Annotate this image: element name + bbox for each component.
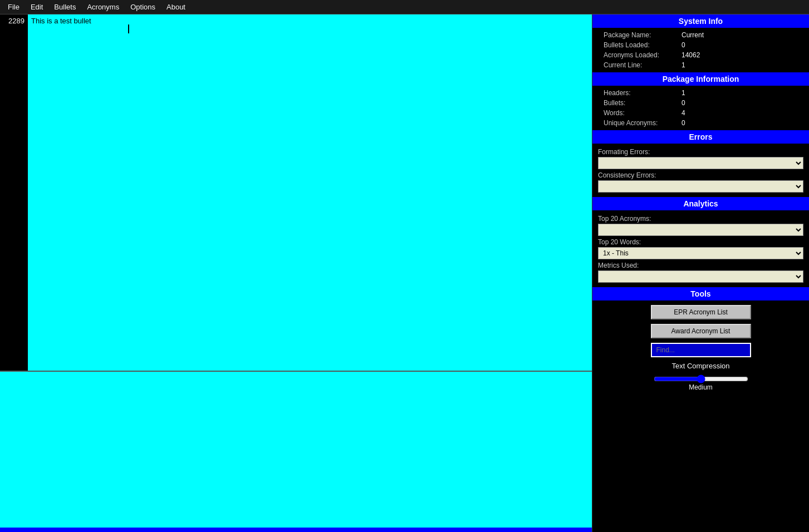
top20-words-label: Top 20 Words: xyxy=(598,238,803,246)
system-info-content: Package Name: Current Bullets Loaded: 0 … xyxy=(592,28,809,72)
package-name-value: Current xyxy=(681,31,704,39)
pkg-bullets-value: 0 xyxy=(681,99,685,107)
metrics-used-label: Metrics Used: xyxy=(598,262,803,269)
top20-words-row: Top 20 Words: 1x - This xyxy=(598,238,803,259)
unique-acronyms-value: 0 xyxy=(681,119,685,127)
tools-section: EPR Acronym List Award Acronym List Text… xyxy=(592,301,809,396)
words-row: Words: 4 xyxy=(598,108,803,118)
bullets-loaded-value: 0 xyxy=(681,41,685,49)
package-name-row: Package Name: Current xyxy=(598,30,803,40)
consistency-errors-dropdown[interactable] xyxy=(598,180,803,193)
top20-acronyms-dropdown[interactable] xyxy=(598,224,803,236)
menu-acronyms[interactable]: Acronyms xyxy=(81,2,125,12)
menu-options[interactable]: Options xyxy=(125,2,161,12)
formatting-errors-row: Formating Errors: xyxy=(598,148,803,169)
package-info-header: Package Information xyxy=(592,72,809,86)
editor-text-line1: This is a test bullet xyxy=(31,17,91,25)
menu-about[interactable]: About xyxy=(161,2,191,12)
analytics-content: Top 20 Acronyms: Top 20 Words: 1x - This… xyxy=(592,210,809,287)
slider-value-label: Medium xyxy=(689,383,713,391)
top20-words-dropdown[interactable]: 1x - This xyxy=(598,247,803,259)
errors-content: Formating Errors: Consistency Errors: xyxy=(592,144,809,197)
unique-acronyms-label: Unique Acronyms: xyxy=(604,119,681,127)
top20-acronyms-label: Top 20 Acronyms: xyxy=(598,215,803,223)
find-input[interactable] xyxy=(651,343,751,357)
package-name-label: Package Name: xyxy=(604,31,681,39)
acronyms-loaded-row: Acronyms Loaded: 14062 xyxy=(598,50,803,60)
pkg-bullets-row: Bullets: 0 xyxy=(598,98,803,108)
editor-bottom-pane[interactable] xyxy=(0,372,592,528)
line-number-bar: 2289 xyxy=(0,14,28,371)
text-cursor xyxy=(128,24,129,33)
award-acronym-button[interactable]: Award Acronym List xyxy=(651,324,751,338)
acronyms-loaded-value: 14062 xyxy=(681,51,700,59)
system-info-header: System Info xyxy=(592,14,809,28)
main-layout: 2289 This is a test bullet System Info P… xyxy=(0,14,809,532)
epr-acronym-button[interactable]: EPR Acronym List xyxy=(651,305,751,319)
slider-container: Medium xyxy=(651,375,751,391)
formatting-errors-dropdown[interactable] xyxy=(598,157,803,169)
bullets-loaded-row: Bullets Loaded: 0 xyxy=(598,40,803,50)
metrics-used-row: Metrics Used: xyxy=(598,262,803,283)
analytics-header: Analytics xyxy=(592,197,809,210)
package-info-content: Headers: 1 Bullets: 0 Words: 4 Unique Ac… xyxy=(592,86,809,130)
errors-header: Errors xyxy=(592,130,809,144)
editor-area: 2289 This is a test bullet xyxy=(0,14,592,532)
bottom-border xyxy=(0,528,592,532)
unique-acronyms-row: Unique Acronyms: 0 xyxy=(598,118,803,128)
text-compression-slider[interactable] xyxy=(654,375,748,383)
bullets-loaded-label: Bullets Loaded: xyxy=(604,41,681,49)
consistency-errors-row: Consistency Errors: xyxy=(598,171,803,193)
acronyms-loaded-label: Acronyms Loaded: xyxy=(604,51,681,59)
words-value: 4 xyxy=(681,109,685,117)
current-line-label: Current Line: xyxy=(604,61,681,69)
formatting-errors-label: Formating Errors: xyxy=(598,148,803,156)
sidebar: System Info Package Name: Current Bullet… xyxy=(592,14,809,532)
metrics-used-dropdown[interactable] xyxy=(598,270,803,283)
top20-acronyms-row: Top 20 Acronyms: xyxy=(598,215,803,236)
menu-edit[interactable]: Edit xyxy=(25,2,48,12)
words-label: Words: xyxy=(604,109,681,117)
tools-header: Tools xyxy=(592,287,809,301)
editor-top: 2289 This is a test bullet xyxy=(0,14,592,372)
headers-value: 1 xyxy=(681,89,685,97)
headers-row: Headers: 1 xyxy=(598,88,803,98)
menu-file[interactable]: File xyxy=(2,2,25,12)
current-line-value: 1 xyxy=(681,61,685,69)
pkg-bullets-label: Bullets: xyxy=(604,99,681,107)
menu-bullets[interactable]: Bullets xyxy=(48,2,81,12)
editor-main[interactable]: This is a test bullet xyxy=(28,14,592,371)
menubar: File Edit Bullets Acronyms Options About xyxy=(0,0,809,14)
consistency-errors-label: Consistency Errors: xyxy=(598,171,803,179)
headers-label: Headers: xyxy=(604,89,681,97)
current-line-row: Current Line: 1 xyxy=(598,60,803,70)
text-compression-label: Text Compression xyxy=(671,362,729,370)
editor-content: This is a test bullet xyxy=(28,14,592,27)
